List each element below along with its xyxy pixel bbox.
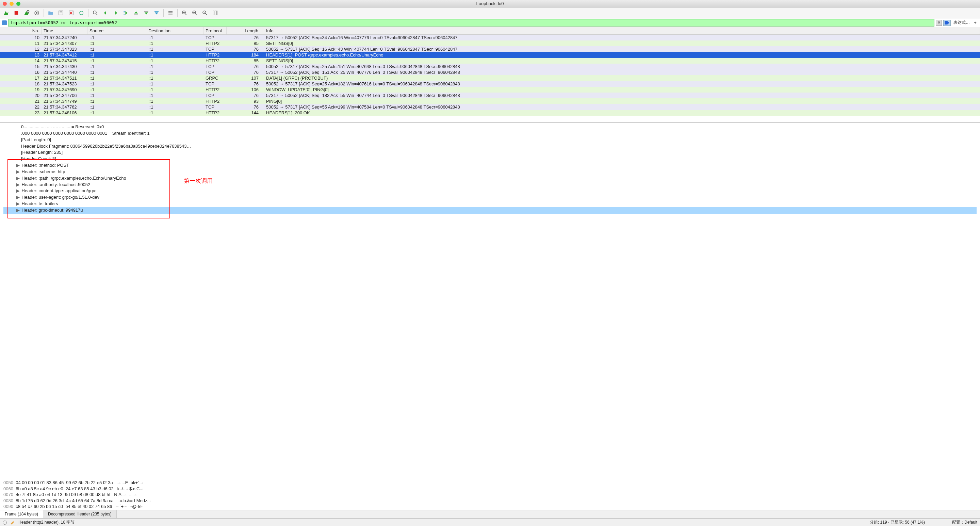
detail-header-line[interactable]: ▶ Header: te: trailers (3, 201, 977, 207)
packet-row[interactable]: 2121:57:34.347749::1::1HTTP293PING[0] (0, 99, 980, 104)
svg-rect-5 (60, 11, 62, 13)
packet-row[interactable]: 1221:57:34.347323::1::1TCP7650052 → 5731… (0, 46, 980, 52)
tab-decompressed[interactable]: Decompressed Header (235 bytes) (43, 510, 117, 518)
minimize-window-button[interactable] (10, 2, 14, 6)
status-packets: 分组: 119 · 已显示: 56 (47.1%) (870, 520, 925, 525)
svg-rect-30 (217, 11, 218, 15)
zoom-out-button[interactable] (191, 9, 199, 17)
col-time[interactable]: Time (41, 27, 88, 34)
packet-bytes-pane[interactable]: 0050 04 00 00 00 01 83 86 45 99 62 6b 2b… (0, 479, 980, 510)
svg-rect-29 (215, 11, 216, 15)
edit-icon[interactable] (10, 520, 15, 525)
hex-row[interactable]: 0060 6b a0 a8 5c a4 9c eb e0 24 e7 63 85… (3, 486, 977, 492)
resize-columns-button[interactable] (211, 9, 219, 17)
svg-line-23 (195, 14, 197, 15)
find-packet-button[interactable] (91, 9, 99, 17)
svg-point-7 (93, 11, 96, 14)
go-forward-button[interactable] (111, 9, 120, 17)
svg-rect-0 (14, 11, 18, 14)
hex-row[interactable]: 0050 04 00 00 00 01 83 86 45 99 62 6b 2b… (3, 480, 977, 486)
svg-text:1: 1 (204, 11, 205, 14)
packet-row[interactable]: 1021:57:34.347240::1::1TCP7657317 → 5005… (0, 35, 980, 40)
apply-filter-button[interactable] (943, 20, 951, 26)
expert-info-button[interactable] (3, 521, 7, 524)
go-to-last-button[interactable] (142, 9, 150, 17)
packet-row[interactable]: 1621:57:34.347440::1::1TCP7657317 → 5005… (0, 69, 980, 75)
hex-row[interactable]: 0070 4e 7f 41 8b a0 e4 1d 13 9d 09 b8 d8… (3, 492, 977, 498)
options-button[interactable] (33, 9, 41, 17)
titlebar: Loopback: lo0 (0, 0, 980, 8)
window-title: Loopback: lo0 (476, 1, 504, 6)
detail-stream-id[interactable]: .000 0000 0000 0000 0000 0000 0000 0001 … (3, 130, 977, 137)
svg-rect-12 (134, 14, 138, 14)
svg-rect-10 (124, 13, 125, 13)
status-profile[interactable]: 配置：Default (952, 520, 977, 525)
packet-row[interactable]: 2221:57:34.347762::1::1TCP7650052 → 5731… (0, 104, 980, 110)
detail-header-line[interactable]: ▶ Header: :method: POST (3, 162, 977, 169)
detail-header-line[interactable]: ▶ Header: :scheme: http (3, 169, 977, 175)
col-protocol[interactable]: Protocol (204, 27, 227, 34)
zoom-in-button[interactable] (180, 9, 189, 17)
close-window-button[interactable] (3, 2, 7, 6)
col-length[interactable]: Length (227, 27, 264, 34)
save-file-button[interactable] (57, 9, 65, 17)
col-info[interactable]: Info (264, 27, 980, 34)
packet-row[interactable]: 1921:57:34.347690::1::1HTTP2106WINDOW_UP… (0, 87, 980, 92)
packet-row[interactable]: 1821:57:34.347523::1::1TCP7650052 → 5731… (0, 81, 980, 87)
colorize-button[interactable] (166, 9, 175, 17)
reload-button[interactable] (77, 9, 86, 17)
svg-line-8 (96, 14, 97, 15)
open-file-button[interactable] (47, 9, 55, 17)
col-destination[interactable]: Destination (146, 27, 204, 34)
detail-header-line[interactable]: ▶ Header: grpc-timeout: 994917u (3, 207, 977, 214)
tab-frame[interactable]: Frame (184 bytes) (0, 510, 43, 518)
packet-row[interactable]: 2321:57:34.348106::1::1HTTP2144HEADERS[1… (0, 110, 980, 116)
detail-header-line[interactable]: ▶ Header: content-type: application/grpc (3, 188, 977, 194)
go-to-first-button[interactable] (132, 9, 140, 17)
restart-capture-button[interactable] (22, 9, 30, 17)
display-filter-bar: ✕ 表达式… + (0, 18, 980, 27)
packet-row[interactable]: 1121:57:34.347307::1::1HTTP285SETTINGS[0… (0, 40, 980, 46)
auto-scroll-button[interactable] (153, 9, 161, 17)
packet-list-pane[interactable]: No. Time Source Destination Protocol Len… (0, 27, 980, 122)
bytes-tabs: Frame (184 bytes) Decompressed Header (2… (0, 510, 980, 518)
svg-rect-13 (144, 11, 148, 12)
hex-row[interactable]: 0090 c8 b4 c7 60 2b b6 15 c0 b4 85 ef 40… (3, 504, 977, 510)
display-filter-input[interactable] (8, 19, 934, 27)
svg-rect-15 (169, 11, 172, 11)
svg-rect-16 (169, 12, 172, 13)
detail-header-line[interactable]: ▶ Header: user-agent: grpc-go/1.51.0-dev (3, 194, 977, 201)
svg-rect-11 (124, 14, 125, 14)
go-to-packet-button[interactable] (122, 9, 130, 17)
packet-row[interactable]: 1421:57:34.347415::1::1HTTP285SETTINGS[0… (0, 58, 980, 64)
packet-row[interactable]: 1721:57:34.347511::1::1GRPC107DATA[1] (G… (0, 75, 980, 81)
detail-header-count[interactable]: [Header Count: 8] (3, 156, 977, 162)
packet-details-pane[interactable]: 0... .... .... .... .... .... .... .... … (0, 122, 980, 479)
svg-rect-28 (213, 11, 215, 15)
detail-pad-length[interactable]: [Pad Length: 0] (3, 137, 977, 143)
expression-button[interactable]: 表达式… (952, 20, 971, 25)
stop-capture-button[interactable] (12, 9, 21, 17)
packet-row[interactable]: 1321:57:34.347412::1::1HTTP2184HEADERS[1… (0, 52, 980, 58)
zoom-window-button[interactable] (16, 2, 21, 6)
detail-reserved[interactable]: 0... .... .... .... .... .... .... .... … (3, 124, 977, 130)
packet-list-header: No. Time Source Destination Protocol Len… (0, 27, 980, 35)
go-back-button[interactable] (102, 9, 110, 17)
bookmark-icon[interactable] (2, 21, 7, 25)
add-filter-button[interactable]: + (972, 20, 978, 25)
status-bar: Header (http2.header), 18 字节 分组: 119 · 已… (0, 518, 980, 526)
svg-point-3 (36, 12, 38, 14)
detail-header-line[interactable]: ▶ Header: :authority: localhost:50052 (3, 182, 977, 188)
zoom-reset-button[interactable]: 1 (201, 9, 209, 17)
detail-header-length[interactable]: [Header Length: 235] (3, 149, 977, 156)
packet-row[interactable]: 1521:57:34.347430::1::1TCP7650052 → 5731… (0, 64, 980, 69)
col-source[interactable]: Source (88, 27, 146, 34)
clear-filter-button[interactable]: ✕ (936, 20, 942, 26)
packet-row[interactable]: 2021:57:34.347706::1::1TCP7657317 → 5005… (0, 92, 980, 99)
hex-row[interactable]: 0080 8b 1d 75 d0 62 0d 26 3d 4c 4d 65 64… (3, 498, 977, 504)
detail-header-line[interactable]: ▶ Header: :path: /grpc.examples.echo.Ech… (3, 175, 977, 182)
close-file-button[interactable] (67, 9, 75, 17)
detail-header-block[interactable]: Header Block Fragment: 83864599626b2b22e… (3, 143, 977, 150)
start-capture-button[interactable] (2, 9, 10, 17)
col-no[interactable]: No. (0, 27, 41, 34)
